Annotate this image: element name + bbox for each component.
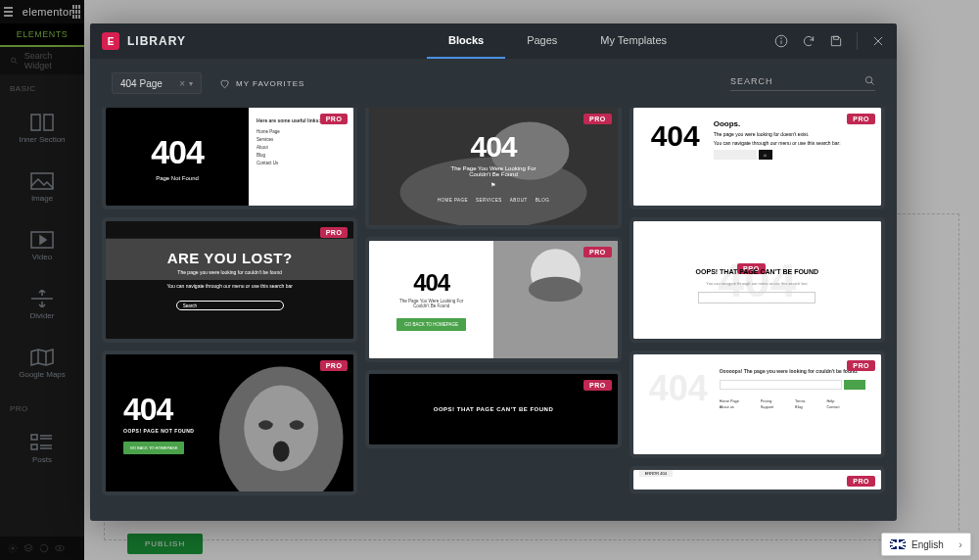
card-title: OOPS! THAT PAGE CAN'T BE FOUND (434, 406, 554, 412)
template-card[interactable]: PRO 404 The Page You Were Looking For Co… (369, 108, 617, 225)
ghost-404: 404 (649, 368, 708, 450)
tab-blocks[interactable]: Blocks (427, 23, 505, 59)
modal-toolbar: 404 Page × ▾ MY FAVORITES SEARCH (90, 59, 897, 108)
template-card[interactable]: PRO 404 The Page You Were Looking For Co… (369, 241, 617, 358)
close-icon[interactable] (871, 34, 885, 48)
svg-line-30 (871, 82, 874, 85)
sync-icon[interactable] (802, 34, 816, 48)
flag-uk-icon (890, 539, 906, 549)
card-searchbar (698, 292, 816, 303)
clear-icon[interactable]: × (179, 78, 185, 89)
tab-my-templates[interactable]: My Templates (579, 23, 688, 59)
template-card[interactable]: PRO ERROR 404 (633, 470, 881, 490)
card-sub: You can navigate through our menu or use… (714, 140, 863, 146)
search-icon (864, 75, 875, 86)
category-value: 404 Page (120, 78, 163, 89)
card-sub: The page you were looking for doesn't ex… (714, 131, 863, 137)
flag-icon: ⚑ (490, 181, 495, 188)
save-icon[interactable] (829, 34, 843, 48)
library-modal: E LIBRARY Blocks Pages My Templates 404 … (90, 23, 897, 521)
card-hint: You can navigate through our menu or use… (166, 283, 293, 289)
chevron-down-icon[interactable]: ▾ (189, 79, 193, 88)
my-favorites-toggle[interactable]: MY FAVORITES (219, 78, 304, 89)
code-404: 404 (151, 133, 204, 171)
library-search-input[interactable]: SEARCH (730, 75, 875, 91)
svg-point-29 (865, 76, 871, 82)
divider (857, 32, 858, 50)
language-label: English (911, 539, 944, 550)
card-search (720, 380, 865, 390)
card-title: Ooooops! The page you were looking for c… (720, 368, 865, 374)
card-title: ARE YOU LOST? (167, 250, 293, 266)
card-nav: HOME PAGESERVICESABOUTBLOG (438, 198, 550, 203)
card-sub: The page you were looking for couldn't b… (177, 269, 282, 275)
card-sub: The Page You Were Looking For Couldn't B… (451, 165, 536, 177)
heart-icon (219, 78, 230, 89)
pro-badge: PRO (847, 476, 875, 487)
card-link: Blog (256, 153, 346, 158)
template-card[interactable]: PRO 404 Ooops. The page you were looking… (633, 108, 881, 206)
error-tag: ERROR 404 (639, 470, 673, 477)
card-sub: Page Not Found (156, 175, 199, 181)
template-card[interactable]: PRO 404 OOPS! THAT PAGE CAN'T BE FOUND Y… (633, 221, 881, 339)
card-link: Services (256, 137, 346, 142)
fav-label: MY FAVORITES (236, 79, 304, 88)
pro-badge: PRO (320, 227, 349, 238)
code-404: 404 (413, 269, 449, 297)
pro-badge: PRO (847, 360, 875, 371)
card-sub: You can navigate through our menu or use… (706, 281, 808, 286)
pro-badge: PRO (583, 247, 612, 257)
chevron-right-icon: › (958, 538, 962, 550)
template-card[interactable]: PRO 404Page Not Found Here are some usef… (106, 108, 353, 206)
card-button: GO BACK TO HOMEPAGE (123, 442, 184, 454)
code-404: 404 (123, 392, 353, 428)
card-search: ⌕ (714, 150, 863, 160)
svg-rect-26 (834, 36, 839, 39)
category-select[interactable]: 404 Page × ▾ (112, 72, 202, 94)
card-link: About (256, 145, 346, 150)
tab-pages[interactable]: Pages (505, 23, 579, 59)
pro-badge: PRO (583, 380, 612, 391)
modal-title: LIBRARY (127, 34, 186, 48)
code-404: 404 (651, 119, 700, 194)
language-switcher[interactable]: English › (881, 533, 971, 556)
card-link: Contact Us (256, 161, 346, 165)
card-sub: The Page You Were Looking For Couldn't B… (399, 299, 463, 308)
info-icon[interactable] (774, 34, 788, 48)
template-card[interactable]: PRO 404 Ooooops! The page you were looki… (633, 354, 881, 454)
pro-badge: PRO (320, 114, 349, 124)
card-link: Home Page (256, 129, 346, 134)
card-searchbar: Search (176, 301, 284, 310)
card-title: OOPS! PAGE NOT FOUND (123, 428, 353, 434)
template-card[interactable]: PRO 404 OOPS! PAGE NOT FOUND GO BACK TO … (106, 354, 353, 491)
card-image (493, 241, 618, 358)
modal-actions (774, 32, 885, 50)
elementor-logo-icon: E (102, 32, 119, 50)
svg-point-25 (781, 38, 782, 39)
modal-tabs: Blocks Pages My Templates (427, 23, 688, 59)
card-button: GO BACK TO HOMEPAGE (396, 318, 466, 331)
search-label: SEARCH (730, 76, 773, 86)
pro-badge: PRO (847, 114, 875, 124)
modal-header: E LIBRARY Blocks Pages My Templates (90, 23, 897, 59)
card-title: OOPS! THAT PAGE CAN'T BE FOUND (696, 268, 818, 275)
pro-badge: PRO (320, 360, 349, 371)
card-title: Ooops. (714, 119, 863, 128)
template-card[interactable]: PRO OOPS! THAT PAGE CAN'T BE FOUND (369, 374, 617, 444)
pro-badge: PRO (583, 114, 612, 124)
template-grid: PRO 404Page Not Found Here are some usef… (90, 108, 897, 521)
code-404: 404 (470, 130, 516, 163)
template-card[interactable]: PRO ARE YOU LOST? The page you were look… (106, 221, 353, 339)
